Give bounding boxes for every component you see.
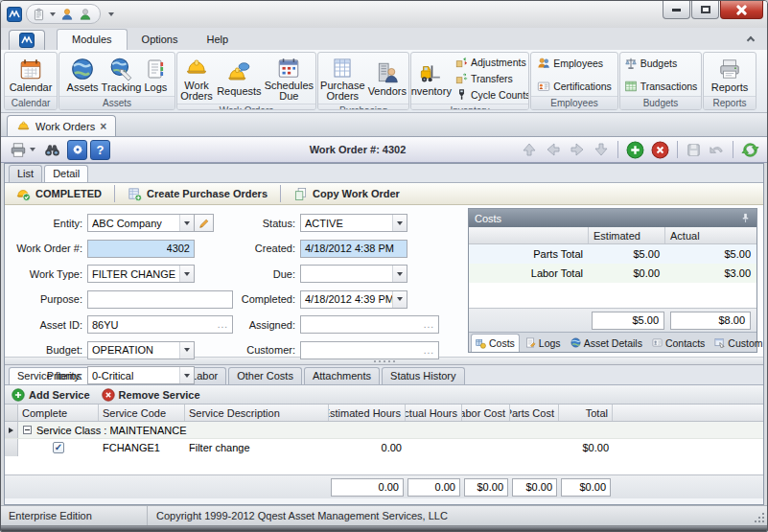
transactions-button[interactable]: Transactions — [622, 78, 700, 94]
tab-attachments[interactable]: Attachments — [304, 367, 380, 384]
complete-checkbox[interactable]: ✓ — [53, 442, 64, 453]
completed-select[interactable]: 4/18/2012 4:39 PM — [300, 290, 407, 309]
costs-tab-asset-details[interactable]: Asset Details — [567, 334, 646, 352]
work-orders-button[interactable]: Work Orders — [178, 54, 215, 103]
customer-field[interactable]: ... — [300, 341, 439, 359]
close-button[interactable] — [720, 1, 763, 19]
purchase-orders-button[interactable]: Purchase Orders — [319, 54, 366, 103]
tab-close-icon[interactable]: × — [100, 122, 106, 131]
nav-first-button[interactable] — [519, 139, 540, 160]
copy-work-order-button[interactable]: Copy Work Order — [288, 185, 406, 203]
ribbon-tab-modules[interactable]: Modules — [57, 29, 128, 50]
clipboard-dropdown-icon[interactable] — [50, 12, 56, 16]
due-select[interactable] — [300, 265, 407, 283]
budgets-button[interactable]: Budgets — [622, 55, 700, 71]
user-icon[interactable] — [60, 8, 74, 21]
clipboard-icon[interactable] — [33, 8, 45, 21]
help-button[interactable]: ? — [90, 140, 110, 160]
customer-lookup-button[interactable]: ... — [424, 345, 438, 356]
assigned-lookup-button[interactable]: ... — [424, 319, 438, 330]
create-purchase-orders-button[interactable]: Create Purchase Orders — [122, 185, 273, 203]
assigned-field[interactable]: ... — [300, 315, 439, 334]
costs-row-labor[interactable]: Labor Total $0.00 $3.00 — [469, 264, 756, 283]
tracking-button[interactable]: Tracking — [101, 56, 143, 94]
dropdown-button[interactable] — [179, 367, 194, 383]
nav-next-button[interactable] — [567, 139, 588, 160]
col-service-description[interactable]: Service Description — [185, 405, 329, 421]
created-field[interactable]: 4/18/2012 4:38 PM — [300, 240, 407, 258]
certifications-button[interactable]: Certifications — [535, 78, 614, 94]
entity-edit-button[interactable] — [195, 214, 214, 232]
col-service-code[interactable]: Service Code — [99, 405, 185, 421]
dropdown-button[interactable] — [392, 266, 407, 282]
print-button[interactable] — [7, 139, 37, 160]
entity-select[interactable]: ABC Company — [87, 214, 195, 232]
dropdown-button[interactable] — [179, 266, 194, 282]
employees-button[interactable]: Employees — [535, 55, 614, 71]
dropdown-button[interactable] — [179, 215, 194, 231]
ribbon-tab-options[interactable]: Options — [128, 30, 193, 50]
transfers-button[interactable]: Transfers — [454, 70, 529, 86]
pin-icon[interactable] — [740, 213, 751, 223]
costs-col-estimated[interactable]: Estimated — [589, 227, 665, 243]
budget-select[interactable]: OPERATION — [87, 341, 195, 359]
dropdown-button[interactable] — [392, 215, 407, 231]
purpose-field[interactable] — [87, 290, 233, 309]
col-complete[interactable]: Complete — [18, 405, 99, 421]
add-record-button[interactable] — [624, 139, 646, 160]
tab-list[interactable]: List — [9, 165, 42, 182]
asset-lookup-button[interactable]: ... — [218, 319, 232, 330]
search-button[interactable] — [40, 139, 64, 160]
cycle-counts-button[interactable]: Cycle Counts — [454, 86, 529, 103]
vendors-button[interactable]: Vendors — [367, 59, 407, 98]
undo-button[interactable] — [707, 139, 727, 160]
delete-record-button[interactable] — [649, 139, 671, 160]
costs-col-actual[interactable]: Actual — [665, 227, 756, 243]
calendar-button[interactable]: Calendar — [9, 56, 54, 94]
work-order-number-field[interactable]: 4302 — [87, 240, 195, 258]
settings-button[interactable] — [67, 140, 87, 160]
collapse-ribbon-button[interactable] — [748, 37, 757, 45]
work-type-select[interactable]: FILTER CHANGE — [87, 265, 195, 283]
refresh-button[interactable] — [739, 139, 761, 160]
completed-button[interactable]: COMPLETED — [11, 185, 107, 203]
dropdown-button[interactable] — [179, 342, 194, 359]
col-labor-cost[interactable]: Labor Cost — [462, 405, 510, 421]
costs-tab-contacts[interactable]: Contacts — [648, 334, 709, 352]
costs-tab-costs[interactable]: Costs — [471, 334, 520, 352]
col-total[interactable]: Total — [559, 405, 613, 421]
costs-tab-custom-fields[interactable]: Custom F — [710, 334, 764, 352]
save-button[interactable] — [684, 139, 704, 160]
service-item-row[interactable]: ✓ FCHANGE1 Filter change 0.00 $0.00 — [5, 439, 763, 456]
collapse-group-icon[interactable] — [23, 426, 32, 434]
nav-previous-button[interactable] — [543, 139, 564, 160]
costs-tab-logs[interactable]: Logs — [522, 334, 565, 352]
schedules-due-button[interactable]: Schedules Due — [264, 54, 314, 103]
logs-button[interactable]: Logs — [143, 56, 168, 94]
nav-last-button[interactable] — [591, 139, 612, 160]
requests-button[interactable]: Requests — [216, 59, 262, 98]
asset-id-field[interactable]: 86YU ... — [87, 315, 233, 334]
resize-grip[interactable] — [755, 506, 767, 525]
inventory-button[interactable]: Inventory — [410, 59, 453, 98]
minimize-button[interactable] — [663, 1, 690, 19]
tab-other-costs[interactable]: Other Costs — [228, 367, 302, 384]
col-actual-hours[interactable]: Actual Hours — [406, 405, 462, 421]
assets-button[interactable]: Assets — [66, 56, 100, 94]
ribbon-tab-help[interactable]: Help — [193, 30, 244, 50]
document-tab-work-orders[interactable]: Work Orders × — [7, 115, 116, 136]
col-estimated-hours[interactable]: Estimated Hours — [329, 405, 406, 421]
status-select[interactable]: ACTIVE — [300, 214, 407, 232]
maximize-button[interactable] — [691, 1, 719, 19]
qat-customize-icon[interactable] — [108, 12, 114, 16]
tab-detail[interactable]: Detail — [44, 165, 88, 182]
costs-row-parts[interactable]: Parts Total $5.00 $5.00 — [469, 244, 756, 264]
priority-select[interactable]: 0-Critical — [87, 366, 195, 384]
col-parts-cost[interactable]: Parts Cost — [510, 405, 559, 421]
adjustments-button[interactable]: Adjustments — [454, 54, 529, 70]
service-class-group-row[interactable]: Service Class : MAINTENANCE — [5, 422, 763, 439]
asset-user-icon[interactable] — [79, 8, 92, 21]
tab-status-history[interactable]: Status History — [382, 367, 464, 384]
reports-button[interactable]: Reports — [710, 56, 750, 94]
application-button[interactable] — [9, 30, 45, 50]
